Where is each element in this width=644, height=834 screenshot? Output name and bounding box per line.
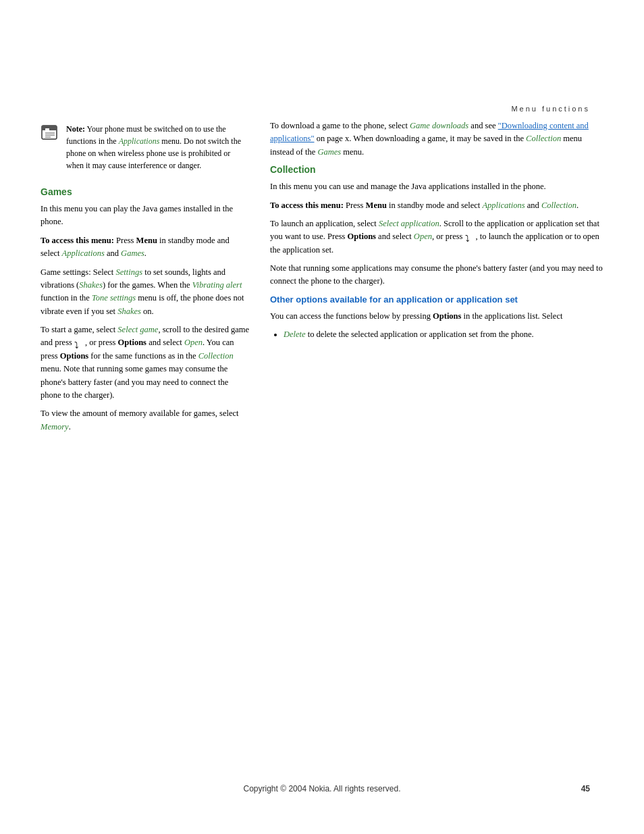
options-bullet-list: Delete to delete the selected applicatio… (284, 328, 603, 341)
delete-link: Delete (284, 330, 306, 339)
page: Menu functions Note: (0, 0, 644, 834)
settings-link: Settings (115, 267, 142, 277)
games-link: Games (121, 249, 144, 258)
note-link1: Applications (119, 136, 160, 146)
other-options-section: Other options available for an applicati… (270, 294, 603, 342)
games-section: Games In this menu you can play the Java… (41, 186, 250, 434)
collection-applications-link: Applications (482, 201, 525, 210)
note-body: Your phone must be switched on to use th… (66, 124, 241, 170)
options-bold1: Options (118, 338, 146, 347)
vibrating-link: Vibrating alert (192, 280, 242, 290)
open-link1: Open (184, 338, 203, 347)
page-footer: Copyright © 2004 Nokia. All rights reser… (0, 784, 644, 793)
games-access-label: To access this menu: (41, 236, 114, 245)
shakes-link1: Shakes (79, 280, 103, 290)
collection-access: To access this menu: Press Menu in stand… (270, 199, 603, 212)
joystick-icon: ⤵ (74, 340, 85, 348)
game-downloads-link: Game downloads (410, 121, 468, 130)
collection-heading: Collection (270, 164, 603, 175)
svg-rect-2 (45, 128, 49, 130)
collection-link3: Collection (541, 201, 576, 210)
collection-link1: Collection (198, 351, 234, 361)
collection-access-label: To access this menu: (270, 201, 344, 210)
collection-section: Collection In this menu you can use and … (270, 164, 603, 288)
footer-copyright: Copyright © 2004 Nokia. All rights reser… (244, 784, 401, 793)
games-link2: Games (317, 147, 341, 157)
select-application-link: Select application (379, 219, 439, 228)
collection-para1: In this menu you can use and manage the … (270, 180, 603, 193)
joystick-icon2: ⤵ (465, 233, 476, 241)
right-column: To download a game to the phone, select … (270, 120, 603, 439)
collection-menu-bold: Menu (366, 201, 387, 210)
games-memory-para: To view the amount of memory available f… (41, 407, 250, 434)
download-para: To download a game to the phone, select … (270, 120, 603, 159)
content-area: Note: Your phone must be switched on to … (0, 120, 644, 439)
note-box: Note: Your phone must be switched on to … (41, 123, 250, 172)
shakes-link2: Shakes (117, 307, 141, 316)
header-text: Menu functions (511, 105, 590, 113)
options-bold4: Options (433, 311, 461, 321)
tone-link: Tone settings (92, 293, 136, 303)
games-para1: In this menu you can play the Java games… (41, 203, 250, 229)
note-label: Note: (66, 124, 85, 134)
collection-launch-para: To launch an application, select Select … (270, 217, 603, 257)
collection-battery-para: Note that running some applications may … (270, 262, 603, 288)
games-menu-bold: Menu (136, 236, 157, 245)
bullet-delete: Delete to delete the selected applicatio… (284, 328, 603, 341)
games-access: To access this menu: Press Menu in stand… (41, 234, 250, 261)
open-link2: Open (414, 232, 432, 241)
note-icon (41, 123, 59, 142)
games-settings-para: Game settings: Select Settings to set so… (41, 266, 250, 319)
page-number: 45 (581, 784, 590, 793)
page-header: Menu functions (0, 0, 644, 120)
options-bold2: Options (60, 351, 88, 361)
memory-link: Memory (41, 422, 69, 432)
other-options-para1: You can access the functions below by pr… (270, 310, 603, 323)
select-game-link: Select game (117, 325, 158, 334)
options-bold3: Options (348, 232, 376, 241)
games-applications-link: Applications (62, 249, 105, 258)
left-column: Note: Your phone must be switched on to … (41, 120, 250, 439)
games-heading: Games (41, 186, 250, 197)
note-text: Note: Your phone must be switched on to … (66, 123, 250, 172)
collection-link2: Collection (526, 134, 561, 143)
games-start-para: To start a game, select Select game, scr… (41, 323, 250, 402)
other-options-heading: Other options available for an applicati… (270, 294, 603, 306)
